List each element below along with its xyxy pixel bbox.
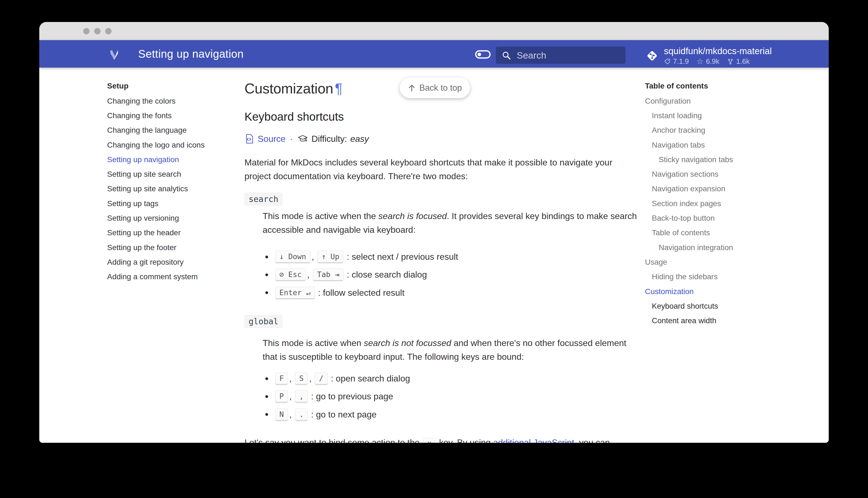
- search-icon: [501, 50, 511, 60]
- keyboard-key: x: [423, 438, 435, 443]
- sidebar-item[interactable]: Setting up versioning: [107, 211, 239, 225]
- repo-link[interactable]: squidfunk/mkdocs-material 7.1.9 ☆ 6.9k: [645, 45, 772, 66]
- sidebar-section-title: Setup: [107, 82, 239, 90]
- sidebar-item[interactable]: Setting up navigation: [107, 152, 239, 167]
- keyboard-key: .: [295, 408, 308, 421]
- toc-item[interactable]: Anchor tracking: [645, 123, 799, 138]
- sidebar-item[interactable]: Changing the fonts: [107, 108, 239, 123]
- key-binding-description: : close search dialog: [347, 270, 427, 280]
- toc-item[interactable]: Content area width: [645, 313, 799, 328]
- toc-item[interactable]: Navigation sections: [645, 167, 799, 181]
- source-file-icon: [244, 134, 254, 144]
- key-binding-description: : go to next page: [311, 409, 376, 420]
- fork-icon: [727, 58, 734, 65]
- toc-item[interactable]: Hiding the sidebars: [645, 270, 799, 284]
- page-title-header: Setting up navigation: [138, 40, 244, 68]
- additional-javascript-link[interactable]: additional JavaScript: [493, 437, 574, 443]
- sidebar-nav-list: Changing the colorsChanging the fontsCha…: [107, 94, 239, 284]
- separator-dot: ·: [290, 134, 293, 144]
- difficulty-value: easy: [350, 134, 369, 144]
- page-content: Setup Changing the colorsChanging the fo…: [39, 68, 829, 443]
- keyboard-key: /: [315, 372, 327, 385]
- star-icon: ☆: [696, 58, 704, 65]
- toc-item[interactable]: Keyboard shortcuts: [645, 299, 799, 313]
- keyboard-key: F: [275, 372, 288, 385]
- key-separator: ,: [309, 374, 312, 384]
- git-icon: [645, 48, 660, 63]
- window-control-dot[interactable]: [94, 28, 100, 34]
- sidebar-item[interactable]: Setting up site search: [107, 167, 239, 181]
- key-binding-item: N,.: go to next page: [262, 406, 410, 423]
- clipped-paragraph: Let's say you want to bind some action t…: [244, 436, 656, 443]
- search-placeholder: Search: [517, 50, 546, 61]
- sidebar-item[interactable]: Adding a comment system: [107, 270, 239, 284]
- keyboard-key: Tab ⇥: [313, 268, 343, 281]
- heading-permalink[interactable]: ¶: [335, 80, 342, 96]
- key-binding-item: P,,: go to previous page: [262, 388, 410, 405]
- mode-search-code: search: [244, 193, 282, 206]
- key-separator: ,: [289, 374, 292, 384]
- tag-icon: [664, 58, 670, 65]
- graduation-cap-icon: [297, 134, 308, 144]
- toc-item[interactable]: Sticky navigation tabs: [645, 152, 799, 167]
- toc-item[interactable]: Back-to-top button: [645, 211, 799, 225]
- key-binding-item: Enter ↵: follow selected result: [262, 284, 458, 302]
- sidebar-item[interactable]: Adding a git repository: [107, 255, 239, 269]
- key-binding-description: : open search dialog: [331, 374, 410, 384]
- keyboard-key: ↓ Down: [275, 251, 310, 263]
- toc-nav-list: ConfigurationInstant loadingAnchor track…: [645, 94, 799, 328]
- repo-name: squidfunk/mkdocs-material: [664, 45, 772, 57]
- window-control-dot[interactable]: [105, 28, 111, 34]
- sidebar-item[interactable]: Setting up site analytics: [107, 182, 239, 196]
- key-separator: ,: [289, 391, 292, 402]
- key-binding-description: : select next / previous result: [347, 252, 458, 262]
- search-mode-key-list: ↓ Down,↑ Up: select next / previous resu…: [262, 248, 458, 302]
- sidebar-item[interactable]: Changing the colors: [107, 94, 239, 108]
- mkdocs-material-logo: [108, 48, 121, 61]
- toc-item[interactable]: Instant loading: [645, 108, 799, 123]
- keyboard-key: P: [275, 390, 288, 403]
- app-header: Setting up navigation Search squidfunk/m…: [39, 40, 829, 68]
- toc-item[interactable]: Navigation tabs: [645, 138, 799, 152]
- toc-item[interactable]: Configuration: [645, 94, 799, 108]
- global-mode-key-list: F,S,/: open search dialogP,,: go to prev…: [262, 370, 410, 423]
- page-heading: Customization¶: [244, 80, 342, 97]
- source-link[interactable]: Source: [258, 134, 285, 144]
- browser-window: Setting up navigation Search squidfunk/m…: [39, 22, 829, 443]
- toc-title: Table of contents: [645, 82, 799, 90]
- keyboard-key: Enter ↵: [275, 287, 315, 299]
- toc-item[interactable]: Usage: [645, 255, 799, 269]
- arrow-up-icon: [408, 84, 416, 92]
- sidebar-item[interactable]: Changing the logo and icons: [107, 138, 239, 152]
- intro-paragraph: Material for MkDocs includes several key…: [244, 156, 637, 183]
- toc-item[interactable]: Table of contents: [645, 226, 799, 240]
- toc-item[interactable]: Section index pages: [645, 196, 799, 211]
- sidebar-item[interactable]: Setting up the footer: [107, 240, 239, 255]
- toc-item[interactable]: Navigation integration: [645, 240, 799, 255]
- key-binding-description: : go to previous page: [311, 391, 393, 402]
- key-binding-item: F,S,/: open search dialog: [262, 370, 410, 388]
- repo-stats: 7.1.9 ☆ 6.9k 1.6k: [664, 57, 772, 66]
- repo-version: 7.1.9: [673, 57, 689, 66]
- back-to-top-label: Back to top: [419, 83, 462, 93]
- keyboard-key: ⊘ Esc: [275, 268, 306, 281]
- key-separator: ,: [289, 409, 292, 420]
- sidebar-item[interactable]: Setting up the header: [107, 226, 239, 240]
- toc-item[interactable]: Navigation expansion: [645, 182, 799, 196]
- keyboard-key: ,: [295, 390, 308, 403]
- table-of-contents: Table of contents ConfigurationInstant l…: [645, 82, 799, 328]
- mode-global-code: global: [244, 315, 282, 328]
- window-control-dot[interactable]: [83, 28, 90, 34]
- key-binding-description: : follow selected result: [318, 288, 405, 298]
- search-mode-description: This mode is active when the search is f…: [262, 209, 642, 237]
- key-binding-item: ⊘ Esc,Tab ⇥: close search dialog: [262, 266, 458, 284]
- key-separator: ,: [307, 270, 310, 280]
- sidebar-item[interactable]: Setting up tags: [107, 196, 239, 211]
- back-to-top-button[interactable]: Back to top: [400, 78, 470, 98]
- theme-toggle-icon[interactable]: [475, 50, 491, 59]
- sidebar-item[interactable]: Changing the language: [107, 123, 239, 138]
- search-input[interactable]: Search: [496, 47, 625, 64]
- toc-item[interactable]: Customization: [645, 284, 799, 299]
- repo-stars: 6.9k: [706, 57, 719, 66]
- keyboard-key: S: [295, 372, 308, 385]
